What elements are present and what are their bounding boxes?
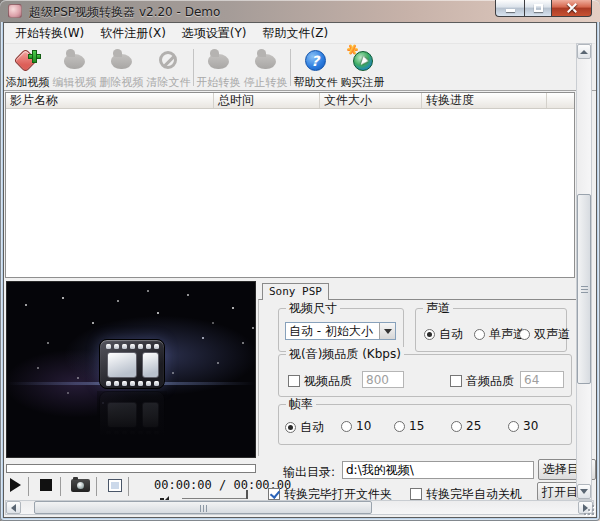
help-file-button[interactable]: ? 帮助文件 (292, 45, 339, 90)
vertical-scroll-thumb[interactable] (577, 194, 591, 384)
reflection-fade (97, 391, 167, 443)
menu-bar: 开始转换(W) 软件注册(X) 选项设置(Y) 帮助文件(Z) (5, 24, 595, 44)
buy-register-icon (349, 48, 377, 74)
checkbox-icon[interactable] (450, 375, 462, 387)
stop-convert-button[interactable]: 停止转换 (242, 45, 289, 90)
add-video-icon (14, 48, 42, 74)
radio-icon[interactable] (285, 422, 296, 433)
help-icon: ? (302, 48, 330, 74)
add-video-button[interactable]: 添加视频 (4, 45, 51, 90)
radio-fps-auto[interactable]: 自动 (285, 419, 324, 436)
stop-icon (40, 479, 52, 491)
video-size-dropdown[interactable]: 自动 - 初始大小 (285, 322, 396, 340)
quality-title: 视(音)频品质 (Kbps) (286, 347, 404, 361)
starfield-decoration (7, 282, 9, 284)
resize-grip[interactable] (583, 504, 595, 516)
output-dir-label: 输出目录: (283, 464, 335, 481)
audio-quality-checkbox[interactable]: 音频品质 (450, 373, 514, 390)
control-separator (96, 477, 97, 496)
radio-fps-25[interactable]: 25 (451, 419, 481, 433)
output-dir-input[interactable] (342, 461, 534, 479)
file-list-header: 影片名称 总时间 文件大小 转换进度 (6, 93, 574, 109)
window-controls (495, 0, 592, 17)
filmstrip-icon (99, 339, 165, 389)
start-convert-icon (205, 48, 233, 74)
horizontal-scrollbar[interactable] (5, 500, 594, 515)
fullscreen-icon (108, 479, 122, 492)
delete-video-icon (108, 48, 136, 74)
video-preview (6, 281, 256, 458)
control-separator (28, 477, 29, 496)
toolbar-separator (193, 49, 194, 86)
clear-files-icon (155, 48, 183, 74)
column-file-size[interactable]: 文件大小 (320, 93, 422, 108)
framerate-title: 帧率 (286, 397, 316, 411)
menu-start-convert[interactable]: 开始转换(W) (7, 23, 92, 44)
dropdown-arrow-icon[interactable] (379, 323, 395, 339)
play-icon (10, 478, 21, 492)
down-arrow-icon (580, 489, 588, 498)
radio-icon[interactable] (341, 421, 352, 432)
volume-slider-thumb[interactable] (246, 490, 248, 499)
delete-video-button[interactable]: 删除视频 (98, 45, 145, 90)
app-window: 超级PSP视频转换器 v2.20 - Demo 开始转换(W) 软件注册(X) … (0, 0, 600, 521)
control-separator (60, 477, 61, 496)
column-total-time[interactable]: 总时间 (214, 93, 320, 108)
radio-fps-10[interactable]: 10 (341, 419, 371, 433)
play-button[interactable] (10, 478, 21, 492)
horizontal-scroll-thumb[interactable] (34, 501, 372, 514)
buy-register-button[interactable]: 购买注册 (339, 45, 386, 90)
clear-files-button[interactable]: 清除文件 (145, 45, 192, 90)
minimize-button[interactable] (495, 0, 524, 17)
seek-bar[interactable] (6, 464, 256, 473)
edit-video-icon (61, 48, 89, 74)
radio-icon[interactable] (424, 329, 435, 340)
close-button[interactable] (552, 0, 592, 17)
radio-icon[interactable] (451, 421, 462, 432)
title-bar: 超级PSP视频转换器 v2.20 - Demo (0, 0, 600, 22)
radio-channel-auto[interactable]: 自动 (424, 326, 463, 343)
radio-fps-30[interactable]: 30 (508, 419, 538, 433)
scroll-up-button[interactable] (577, 44, 591, 59)
checkbox-icon[interactable] (268, 488, 280, 500)
radio-icon[interactable] (508, 421, 519, 432)
snapshot-button[interactable] (71, 479, 90, 492)
stop-convert-icon (252, 48, 280, 74)
radio-icon[interactable] (394, 421, 405, 432)
start-convert-button[interactable]: 开始转换 (195, 45, 242, 90)
stop-button[interactable] (40, 479, 52, 491)
checkbox-icon[interactable] (288, 375, 300, 387)
file-list: 影片名称 总时间 文件大小 转换进度 (5, 92, 575, 278)
menu-register[interactable]: 软件注册(X) (92, 23, 174, 44)
toolbar: 添加视频 编辑视频 删除视频 清除文件 开始转换 停止转换 (4, 45, 596, 91)
video-size-value: 自动 - 初始大小 (286, 323, 379, 340)
up-arrow-icon (580, 46, 588, 54)
radio-icon[interactable] (519, 329, 530, 340)
column-progress[interactable]: 转换进度 (422, 93, 547, 108)
column-movie-name[interactable]: 影片名称 (6, 93, 214, 108)
tab-sony-psp[interactable]: Sony PSP (262, 283, 329, 300)
menu-options[interactable]: 选项设置(Y) (174, 23, 255, 44)
camera-icon (71, 479, 90, 492)
radio-fps-15[interactable]: 15 (394, 419, 424, 433)
channels-title: 声道 (423, 301, 453, 315)
file-list-body[interactable] (6, 109, 574, 277)
scroll-left-button[interactable] (6, 501, 21, 514)
maximize-button[interactable] (524, 0, 552, 17)
client-area: 开始转换(W) 软件注册(X) 选项设置(Y) 帮助文件(Z) 添加视频 编辑视… (3, 22, 597, 518)
fullscreen-button[interactable] (108, 479, 122, 492)
vertical-scrollbar[interactable] (576, 43, 592, 500)
radio-channel-mono[interactable]: 单声道 (474, 326, 525, 343)
video-quality-input[interactable] (362, 371, 404, 388)
edit-video-button[interactable]: 编辑视频 (51, 45, 98, 90)
volume-slider[interactable] (182, 491, 248, 499)
video-quality-checkbox[interactable]: 视频品质 (288, 373, 352, 390)
checkbox-icon[interactable] (410, 488, 422, 500)
scroll-down-button[interactable] (577, 484, 591, 499)
audio-quality-input[interactable] (520, 371, 564, 388)
radio-icon[interactable] (474, 329, 485, 340)
toolbar-separator (290, 49, 291, 86)
menu-help[interactable]: 帮助文件(Z) (255, 23, 337, 44)
app-icon (8, 4, 22, 18)
radio-channel-stereo[interactable]: 双声道 (519, 326, 570, 343)
